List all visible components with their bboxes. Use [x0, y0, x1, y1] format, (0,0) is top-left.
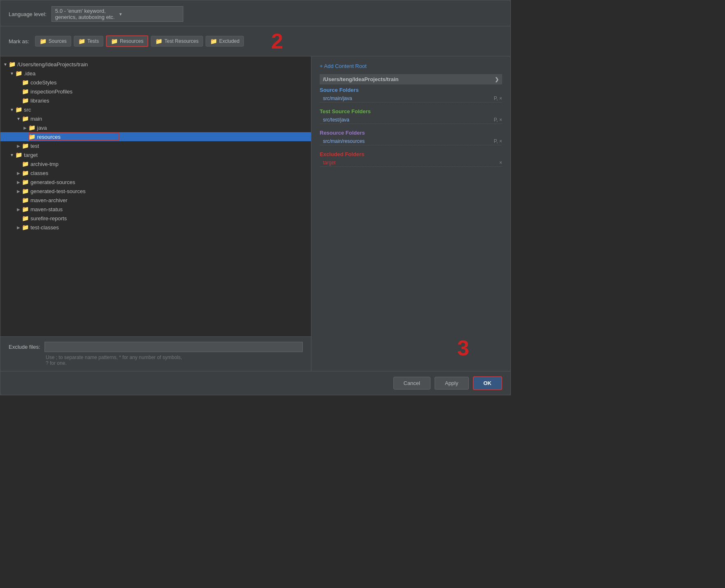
- mark-sources-button[interactable]: 📁 Sources: [35, 36, 71, 47]
- tree-label-test-classes: test-classes: [30, 224, 59, 231]
- folder-blue-icon: 📁: [40, 38, 47, 44]
- tree-label-src: src: [24, 107, 31, 113]
- folder-resources-icon: 📁: [111, 38, 118, 44]
- language-level-select[interactable]: 5.0 - 'enum' keyword, generics, autoboxi…: [51, 6, 183, 22]
- add-content-root-button[interactable]: + Add Content Root: [320, 63, 502, 69]
- folder-icon-test-classes: 📁: [22, 224, 29, 231]
- mark-tests-button[interactable]: 📁 Tests: [74, 36, 103, 47]
- exclude-row: Exclude files:: [9, 342, 303, 352]
- resource-folders-title: Resource Folders: [320, 130, 502, 136]
- folder-icon-generated-sources: 📁: [22, 179, 29, 185]
- tree-arrow-idea: ▼: [9, 71, 15, 76]
- bottom-bar: Cancel Apply OK: [0, 371, 510, 395]
- language-level-label: Language level:: [9, 11, 47, 17]
- folder-icon-idea: 📁: [15, 70, 22, 77]
- mark-test-resources-button[interactable]: 📁 Test Resources: [151, 36, 203, 47]
- folder-icon-src: 📁: [15, 106, 22, 113]
- content-root-path: /Users/teng/IdeaProjects/train: [323, 76, 399, 82]
- annotation-3: 3: [457, 336, 469, 360]
- resource-folder-entry-1: src/main/resources P, ×: [320, 138, 502, 145]
- tree-item-idea[interactable]: ▼ 📁 .idea: [0, 69, 311, 78]
- tree-label-generated-sources: generated-sources: [30, 179, 75, 185]
- tree-arrow-root: ▼: [2, 62, 9, 67]
- folder-icon-target: 📁: [15, 152, 22, 158]
- tree-item-test-classes[interactable]: ▶ 📁 test-classes: [0, 223, 311, 232]
- mark-resources-button[interactable]: 📁 Resources: [106, 35, 148, 47]
- test-source-folder-actions-1[interactable]: P, ×: [494, 117, 502, 123]
- folder-green-icon: 📁: [78, 38, 85, 44]
- folder-icon-maven-status: 📁: [22, 206, 29, 212]
- source-folders-title: Source Folders: [320, 87, 502, 93]
- tree-item-root[interactable]: ▼ 📁 /Users/teng/IdeaProjects/train: [0, 60, 311, 69]
- folder-icon-main: 📁: [22, 115, 29, 122]
- excluded-folder-actions-1[interactable]: ×: [499, 160, 502, 166]
- folder-icon-generated-test-sources: 📁: [22, 188, 29, 194]
- folder-icon-resources-tree: 📁: [28, 133, 35, 140]
- tree-arrow-test-classes: ▶: [15, 225, 22, 230]
- tree-item-target[interactable]: ▼ 📁 target: [0, 150, 311, 159]
- mark-tests-label: Tests: [87, 38, 99, 44]
- tree-arrow-test: ▶: [15, 144, 22, 148]
- tree-item-resources[interactable]: 📁 resources: [0, 132, 311, 141]
- tree-item-libraries[interactable]: 📁 libraries: [0, 96, 311, 105]
- tree-label-target: target: [24, 152, 37, 158]
- tree-label-maven-archiver: maven-archiver: [30, 197, 68, 203]
- tree-arrow-generated-test-sources: ▶: [15, 189, 22, 194]
- folder-icon-classes: 📁: [22, 170, 29, 176]
- tree-item-generated-test-sources[interactable]: ▶ 📁 generated-test-sources: [0, 187, 311, 196]
- folder-excluded-icon: 📁: [210, 38, 217, 44]
- tree-item-archive-tmp[interactable]: 📁 archive-tmp: [0, 159, 311, 168]
- source-folder-path-1: src/main/java: [323, 96, 352, 101]
- test-source-folders-title: Test Source Folders: [320, 108, 502, 114]
- apply-button[interactable]: Apply: [435, 377, 469, 390]
- content-root-header: /Users/teng/IdeaProjects/train ❯: [320, 74, 502, 84]
- source-folder-entry-1: src/main/java P, ×: [320, 95, 502, 103]
- tree-label-test: test: [30, 143, 39, 149]
- test-source-folder-entry-1: src/test/java P, ×: [320, 116, 502, 124]
- right-panel-spacer: 3: [320, 173, 502, 364]
- tree-item-codeStyles[interactable]: 📁 codeStyles: [0, 78, 311, 87]
- tree-item-surefire-reports[interactable]: 📁 surefire-reports: [0, 214, 311, 223]
- folder-icon-codeStyles: 📁: [22, 79, 29, 86]
- right-panel: + Add Content Root /Users/teng/IdeaProje…: [311, 56, 510, 371]
- ok-button[interactable]: OK: [473, 376, 503, 390]
- chevron-right-icon: ❯: [495, 77, 499, 82]
- tree-item-maven-archiver[interactable]: 📁 maven-archiver: [0, 196, 311, 205]
- source-folders-section: Source Folders src/main/java P, ×: [320, 87, 502, 103]
- source-folder-actions-1[interactable]: P, ×: [494, 96, 502, 101]
- tree-arrow-generated-sources: ▶: [15, 180, 22, 184]
- tree-item-main[interactable]: ▼ 📁 main: [0, 114, 311, 123]
- cancel-button[interactable]: Cancel: [393, 377, 430, 390]
- module-settings-dialog: Language level: 5.0 - 'enum' keyword, ge…: [0, 0, 511, 395]
- tree-item-src[interactable]: ▼ 📁 src: [0, 105, 311, 114]
- tree-item-test[interactable]: ▶ 📁 test: [0, 141, 311, 150]
- test-source-folder-path-1: src/test/java: [323, 117, 349, 123]
- resource-folder-actions-1[interactable]: P, ×: [494, 138, 502, 144]
- folder-icon-surefire-reports: 📁: [22, 215, 29, 222]
- tree-item-java[interactable]: ▶ 📁 java: [0, 123, 311, 132]
- mark-excluded-button[interactable]: 📁 Excluded: [206, 36, 244, 47]
- language-level-value: 5.0 - 'enum' keyword, generics, autoboxi…: [55, 8, 116, 20]
- folder-icon-maven-archiver: 📁: [22, 197, 29, 203]
- exclude-files-input[interactable]: [44, 342, 303, 352]
- tree-label-maven-status: maven-status: [30, 206, 63, 212]
- mark-excluded-label: Excluded: [219, 38, 239, 44]
- tree-label-resources: resources: [37, 134, 61, 140]
- mark-test-resources-label: Test Resources: [164, 38, 199, 44]
- excluded-folders-title: Excluded Folders: [320, 151, 502, 157]
- tree-label-libraries: libraries: [30, 98, 49, 104]
- tree-item-maven-status[interactable]: ▶ 📁 maven-status: [0, 205, 311, 214]
- tree-item-generated-sources[interactable]: ▶ 📁 generated-sources: [0, 177, 311, 187]
- resource-folder-path-1: src/main/resources: [323, 138, 365, 144]
- tree-item-classes[interactable]: ▶ 📁 classes: [0, 168, 311, 177]
- tree-item-inspectionProfiles[interactable]: 📁 inspectionProfiles: [0, 87, 311, 96]
- folder-icon-inspectionProfiles: 📁: [22, 88, 29, 95]
- folder-test-resources-icon: 📁: [155, 38, 162, 44]
- excluded-folder-path-1: target: [323, 160, 336, 166]
- exclude-hint-2: ? for one.: [9, 360, 303, 366]
- tree-arrow-src: ▼: [9, 107, 15, 112]
- annotation-2: 2: [271, 30, 283, 52]
- exclude-files-label: Exclude files:: [9, 344, 40, 350]
- exclude-hint-1: Use ; to separate name patterns, * for a…: [9, 355, 303, 360]
- tree-arrow-maven-status: ▶: [15, 207, 22, 212]
